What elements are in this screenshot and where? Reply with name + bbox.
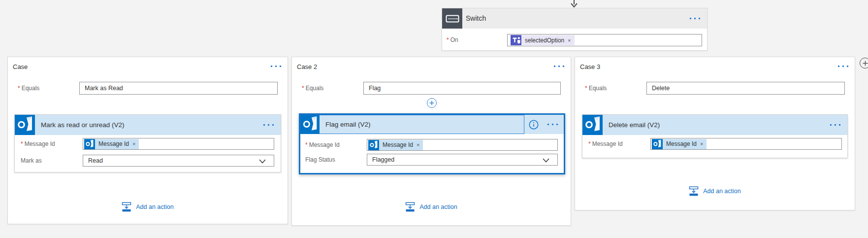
outlook-icon [84, 139, 95, 149]
message-id-input[interactable]: Message Id× [650, 138, 842, 150]
case-title: Case [13, 63, 28, 70]
case-title: Case 3 [580, 63, 600, 70]
info-icon[interactable] [529, 120, 539, 130]
equals-label: *Equals [302, 82, 323, 95]
switch-card[interactable]: Switch *On selectedOption× [442, 8, 707, 51]
action-card-delete-email[interactable]: Delete email (V2) *Message Id Message Id… [582, 114, 848, 158]
selected-option-token[interactable]: selectedOption× [511, 35, 575, 45]
case-card-1[interactable]: Case *Equals Mark as Read Mark as read o… [7, 57, 288, 224]
add-action-icon [405, 202, 415, 212]
equals-input[interactable]: Mark as Read [79, 82, 278, 95]
action-header[interactable]: Delete email (V2) [582, 115, 847, 135]
case-card-3[interactable]: Case 3 *Equals Delete Delete email (V2) … [575, 57, 855, 210]
case-more-menu[interactable] [554, 66, 564, 67]
remove-token-icon[interactable]: × [568, 37, 571, 43]
action-header[interactable]: Flag email (V2) [300, 115, 564, 134]
outlook-icon [582, 115, 603, 135]
switch-title: Switch [466, 8, 486, 29]
chevron-down-icon [543, 158, 549, 163]
message-id-label: *Message Id [588, 138, 623, 150]
outlook-icon [368, 140, 379, 150]
action-title: Delete email (V2) [609, 115, 660, 135]
arrow-down-icon [569, 0, 579, 8]
message-id-token[interactable]: Message Id× [84, 139, 139, 149]
outlook-icon [15, 115, 35, 135]
action-more-menu[interactable] [830, 124, 840, 126]
message-id-label: *Message Id [305, 139, 340, 151]
remove-token-icon[interactable]: × [132, 141, 135, 147]
message-id-label: *Message Id [21, 138, 55, 150]
case-more-menu[interactable] [271, 66, 281, 67]
remove-token-icon[interactable]: × [417, 142, 419, 148]
case-more-menu[interactable] [838, 66, 848, 67]
action-title: Mark as read or unread (V2) [41, 115, 125, 135]
equals-input[interactable]: Delete [646, 82, 845, 95]
action-title: Flag email (V2) [325, 115, 371, 135]
message-id-input[interactable]: Message Id× [83, 138, 274, 150]
equals-label: *Equals [585, 82, 607, 95]
token-label: Message Id× [95, 139, 139, 149]
add-action-button[interactable]: Add an action [292, 202, 571, 212]
case-title: Case 2 [297, 63, 317, 70]
chevron-down-icon [259, 159, 266, 164]
teams-icon [511, 35, 521, 45]
action-more-menu[interactable] [263, 124, 274, 126]
outlook-icon [300, 115, 320, 134]
on-label: *On [447, 34, 458, 46]
switch-header[interactable]: Switch [442, 8, 707, 29]
message-id-token[interactable]: Message Id× [368, 140, 423, 150]
action-card-flag-email[interactable]: Flag email (V2) *Message Id Message Id× [299, 113, 565, 174]
flag-status-label: Flag Status [305, 154, 335, 166]
flow-canvas: Switch *On selectedOption× Case *Equa [0, 0, 868, 238]
mark-as-dropdown[interactable]: Read [83, 155, 274, 167]
message-id-input[interactable]: Message Id× [367, 139, 558, 151]
action-card-mark-as-read[interactable]: Mark as read or unread (V2) *Message Id … [14, 114, 281, 172]
add-action-button[interactable]: Add an action [8, 202, 288, 212]
switch-more-menu[interactable] [690, 18, 700, 19]
message-id-token[interactable]: Message Id× [652, 139, 707, 149]
flag-status-dropdown[interactable]: Flagged [367, 154, 558, 166]
outlook-icon [652, 139, 663, 149]
add-action-button[interactable]: Add an action [575, 186, 855, 196]
action-header[interactable]: Mark as read or unread (V2) [15, 115, 281, 135]
token-label: selectedOption× [521, 35, 575, 45]
equals-label: *Equals [18, 82, 39, 95]
on-input[interactable]: selectedOption× [507, 34, 702, 46]
token-label: Message Id× [663, 139, 707, 149]
mark-as-label: Mark as [21, 155, 42, 167]
remove-token-icon[interactable]: × [700, 141, 703, 147]
case-card-2[interactable]: Case 2 *Equals Flag Flag email (V2) * [291, 57, 571, 226]
action-more-menu[interactable] [547, 124, 558, 125]
equals-input[interactable]: Flag [363, 82, 561, 95]
add-action-icon [689, 186, 699, 196]
insert-action-plus-icon[interactable] [427, 98, 437, 108]
add-case-plus-icon[interactable] [860, 58, 868, 68]
token-label: Message Id× [379, 140, 423, 150]
add-action-icon [122, 202, 131, 212]
switch-icon [442, 8, 462, 29]
